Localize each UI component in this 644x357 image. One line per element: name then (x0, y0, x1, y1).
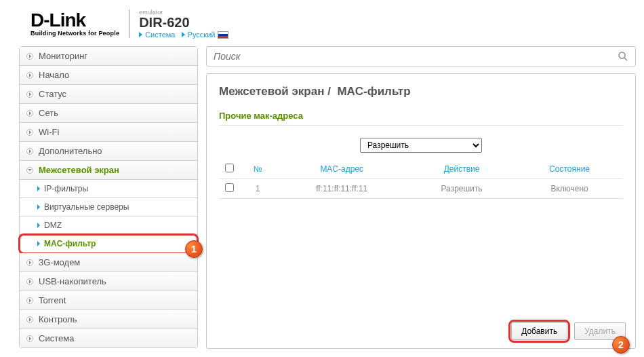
row-checkbox[interactable] (225, 183, 234, 192)
nav-dmz[interactable]: DMZ (20, 217, 197, 235)
svg-point-0 (619, 52, 625, 58)
col-action: Действие (407, 159, 516, 179)
callout-badge-2: 2 (612, 336, 630, 354)
nav-control[interactable]: Контроль (20, 310, 197, 329)
chevron-right-icon (139, 32, 142, 37)
flag-russia-icon (218, 31, 228, 39)
nav-ip-filters[interactable]: IP-фильтры (20, 180, 197, 198)
chevron-right-icon (37, 186, 40, 191)
nav-wifi[interactable]: Wi-Fi (20, 123, 197, 142)
logo: D-Link Building Networks for People (31, 11, 119, 37)
nav-status[interactable]: Статус (20, 85, 197, 104)
chevron-right-icon (37, 241, 40, 246)
nav-firewall[interactable]: Межсетевой экран (20, 161, 197, 180)
nav-3g-modem[interactable]: 3G-модем (20, 253, 197, 272)
col-mac: MAC-адрес (277, 159, 407, 179)
nav-mac-filter[interactable]: MAC-фильтр 1 (20, 235, 197, 253)
nav-virtual-servers[interactable]: Виртуальные серверы (20, 198, 197, 217)
mac-table: № MAC-адрес Действие Состояние 1 ff:11:f… (219, 159, 623, 199)
col-checkbox (219, 159, 239, 179)
table-row[interactable]: 1 ff:11:ff:11:ff:11 Разрешить Включено (219, 179, 623, 199)
section-title: Прочие мак-адреса (219, 111, 623, 126)
collapse-icon (26, 167, 33, 174)
search-bar (206, 46, 636, 67)
search-icon[interactable] (618, 51, 628, 62)
svg-line-1 (624, 58, 627, 60)
chevron-right-icon (37, 223, 40, 228)
divider (129, 10, 129, 38)
content-area: Межсетевой экран / MAC-фильтр Прочие мак… (206, 46, 636, 349)
search-input[interactable] (214, 51, 618, 62)
model-name: DIR-620 (139, 16, 228, 29)
select-all-checkbox[interactable] (225, 164, 234, 172)
add-button[interactable]: Добавить (511, 322, 567, 340)
main-area: Мониторинг Начало Статус Сеть Wi-Fi Допо… (0, 46, 644, 357)
expand-icon (26, 129, 33, 136)
language-link[interactable]: Русский (182, 31, 229, 39)
expand-icon (26, 335, 33, 342)
expand-icon (26, 259, 33, 266)
chevron-right-icon (37, 204, 40, 210)
expand-icon (26, 278, 33, 285)
model-info: emulator DIR-620 Система Русский (139, 9, 228, 39)
breadcrumb: Межсетевой экран / MAC-фильтр (219, 85, 623, 98)
action-buttons: Добавить Удалить 2 (510, 321, 626, 341)
expand-icon (26, 72, 33, 79)
system-link[interactable]: Система (139, 31, 175, 39)
expand-icon (26, 297, 33, 304)
col-num: № (239, 159, 277, 179)
header: D-Link Building Networks for People emul… (0, 0, 644, 46)
expand-icon (26, 110, 33, 117)
expand-icon (26, 53, 33, 60)
content-panel: Межсетевой экран / MAC-фильтр Прочие мак… (206, 73, 636, 349)
nav-usb-storage[interactable]: USB-накопитель (20, 272, 197, 291)
expand-icon (26, 148, 33, 155)
expand-icon (26, 316, 33, 323)
col-state: Состояние (516, 159, 623, 179)
expand-icon (26, 91, 33, 98)
sidebar: Мониторинг Начало Статус Сеть Wi-Fi Допо… (19, 46, 198, 349)
default-action-select[interactable]: Разрешить (360, 138, 482, 153)
add-button-highlight: Добавить (510, 321, 569, 341)
callout-badge-1: 1 (185, 240, 203, 258)
nav-torrent[interactable]: Torrent (20, 291, 197, 310)
chevron-right-icon (182, 32, 185, 37)
nav-system[interactable]: Система (20, 329, 197, 347)
nav-network[interactable]: Сеть (20, 104, 197, 123)
nav-menu: Мониторинг Начало Статус Сеть Wi-Fi Допо… (19, 46, 198, 348)
nav-start[interactable]: Начало (20, 66, 197, 85)
nav-monitoring[interactable]: Мониторинг (20, 47, 197, 66)
logo-subtitle: Building Networks for People (31, 30, 119, 37)
nav-advanced[interactable]: Дополнительно (20, 142, 197, 161)
logo-text: D-Link (31, 11, 85, 30)
